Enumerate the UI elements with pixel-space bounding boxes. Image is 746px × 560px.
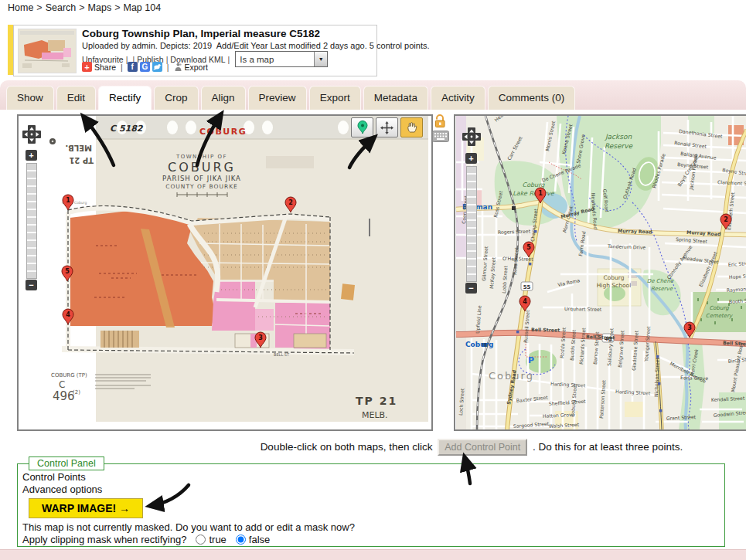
corner-number-sup: (2) xyxy=(73,389,80,395)
svg-text:4: 4 xyxy=(523,298,527,305)
add-point-mode-button[interactable] xyxy=(351,117,373,137)
osm-map-canvas[interactable]: 55 40 Jackson Reserve Coburg Lake Reserv… xyxy=(455,116,746,429)
street-label: Eric Street xyxy=(728,260,746,267)
svg-text:Lake Reserve: Lake Reserve xyxy=(513,190,554,197)
move-icon xyxy=(380,121,393,134)
map-title-parish: PARISH OF JIKA JIKA xyxy=(162,175,241,182)
move-point-mode-button[interactable] xyxy=(376,117,398,137)
coburg-high-school-label: Coburg xyxy=(603,274,624,281)
stamp-tp21: TP 21 xyxy=(356,395,397,407)
zoom-in-button[interactable]: + xyxy=(465,153,477,164)
tab-align[interactable]: Align xyxy=(201,86,246,110)
mask-status-text: This map is not currently masked. Do you… xyxy=(22,521,720,533)
advanced-options-toggle[interactable]: Advanced options xyxy=(22,484,720,495)
share-row: + Share | f G | Export xyxy=(82,62,208,72)
zoom-out-button[interactable]: − xyxy=(26,280,37,290)
svg-text:1: 1 xyxy=(538,190,543,197)
add-control-point-button[interactable]: Add Control Point xyxy=(438,439,527,456)
tab-edit[interactable]: Edit xyxy=(56,86,96,110)
rectify-instructions: Double-click on both maps, then click Ad… xyxy=(0,439,746,456)
tab-comments[interactable]: Comments (0) xyxy=(488,86,576,110)
breadcrumb-maps[interactable]: Maps xyxy=(88,2,112,13)
route-shield-55: 55 xyxy=(523,284,531,290)
svg-text:2: 2 xyxy=(724,216,728,223)
rectify-toolbar xyxy=(351,117,423,137)
clip-false-label: false xyxy=(249,534,270,545)
clip-true-radio[interactable] xyxy=(196,535,206,545)
svg-text:3: 3 xyxy=(258,334,263,341)
map-title-township: TOWNSHIP OF xyxy=(175,154,227,160)
jackson-reserve-label: Jackson xyxy=(605,133,632,141)
keyboard-shortcuts-icon[interactable] xyxy=(432,131,449,145)
breadcrumb-home[interactable]: Home xyxy=(8,2,33,13)
stamp-melb: MELB. xyxy=(362,410,388,420)
breadcrumb: Home>Search>Maps>Map 104 xyxy=(8,2,161,13)
clipping-mask-option: Apply clipping mask when rectifying? tru… xyxy=(22,534,720,545)
map-thumbnail xyxy=(18,29,77,73)
tab-crop[interactable]: Crop xyxy=(154,86,198,110)
source-map-canvas[interactable]: C 5182 COBURG TOWNSHIP OF COBURG PARISH … xyxy=(19,116,431,429)
parking-icon: P xyxy=(528,355,534,365)
svg-text:4: 4 xyxy=(66,311,70,318)
map-meta: Uploaded by admin. Depicts: 2019 Add/Edi… xyxy=(82,41,430,50)
svg-text:2: 2 xyxy=(288,199,293,206)
tab-metadata[interactable]: Metadata xyxy=(363,86,428,110)
control-panel: Control Panel Control Points Advanced op… xyxy=(17,456,725,547)
map-sheet-name: COBURG xyxy=(199,127,247,137)
clip-true-label: true xyxy=(209,534,226,545)
map-title: Coburg Township Plan, Imperial measure C… xyxy=(82,28,320,39)
favourite-highlight-strip xyxy=(8,25,13,75)
map-sheet-number: C 5182 xyxy=(110,124,144,134)
facebook-icon[interactable]: f xyxy=(128,62,138,72)
street-label: Bell Street xyxy=(531,327,560,333)
select-dropdown-arrow: ▼ xyxy=(314,52,327,66)
svg-text:Reserve: Reserve xyxy=(605,142,634,150)
corner-number: 496 xyxy=(53,389,75,403)
map-type-select[interactable]: Is a map ▼ xyxy=(235,51,328,67)
lock-zoom-icon[interactable] xyxy=(434,114,446,131)
tab-rectify[interactable]: Rectify xyxy=(98,86,152,110)
zoom-slider[interactable] xyxy=(466,166,477,282)
osm-map-panel: 55 40 Jackson Reserve Coburg Lake Reserv… xyxy=(454,114,746,431)
pan-mode-button[interactable] xyxy=(400,117,423,137)
coburg-station-label: Coburg xyxy=(465,341,494,348)
page-footer xyxy=(0,549,746,560)
tab-show[interactable]: Show xyxy=(6,86,54,110)
hand-icon xyxy=(406,121,417,134)
tab-bar: Show Edit Rectify Crop Align Preview Exp… xyxy=(0,80,746,110)
control-panel-legend: Control Panel xyxy=(29,456,104,470)
clip-false-radio[interactable] xyxy=(236,535,246,545)
share-label[interactable]: Share xyxy=(94,63,116,72)
upside-down-tp21: TP 21 xyxy=(69,156,94,165)
corner-c: C xyxy=(59,379,65,390)
pan-control[interactable] xyxy=(462,127,482,147)
svg-text:High School: High School xyxy=(597,282,632,289)
svg-text:Cemetery: Cemetery xyxy=(706,313,733,319)
add-edit-year-link[interactable]: Add/Edit Year xyxy=(216,41,268,50)
control-points-toggle[interactable]: Control Points xyxy=(22,471,720,483)
google-icon[interactable]: G xyxy=(140,62,150,72)
export-link[interactable]: Export xyxy=(185,63,208,72)
green-pin-icon xyxy=(357,120,368,134)
pan-control[interactable] xyxy=(22,124,42,144)
map-title-name: COBURG xyxy=(168,160,236,175)
tab-export[interactable]: Export xyxy=(309,86,361,110)
tab-activity[interactable]: Activity xyxy=(431,86,485,110)
twitter-icon[interactable] xyxy=(152,62,162,72)
tab-preview[interactable]: Preview xyxy=(248,86,307,110)
map-type-selected-value: Is a map xyxy=(236,55,314,64)
zoom-out-button[interactable]: − xyxy=(465,283,477,294)
coburg-lake-reserve-label: Coburg xyxy=(523,182,546,188)
warp-image-button[interactable]: WARP IMAGE! → xyxy=(29,498,143,518)
zoom-slider[interactable] xyxy=(26,163,37,279)
svg-text:1: 1 xyxy=(66,197,70,204)
breadcrumb-map-104[interactable]: Map 104 xyxy=(123,2,161,13)
map-warper-page: Home>Search>Maps>Map 104 Coburg Township… xyxy=(0,0,746,560)
share-icon[interactable]: + xyxy=(82,62,92,72)
svg-text:Reserve: Reserve xyxy=(651,286,673,292)
breadcrumb-search[interactable]: Search xyxy=(46,2,77,13)
zoom-in-button[interactable]: + xyxy=(26,150,37,161)
scanned-map-image: C 5182 COBURG TOWNSHIP OF COBURG PARISH … xyxy=(49,116,428,422)
coburg-cemetery-label: Coburg xyxy=(709,305,729,311)
export-icon[interactable] xyxy=(174,63,182,72)
